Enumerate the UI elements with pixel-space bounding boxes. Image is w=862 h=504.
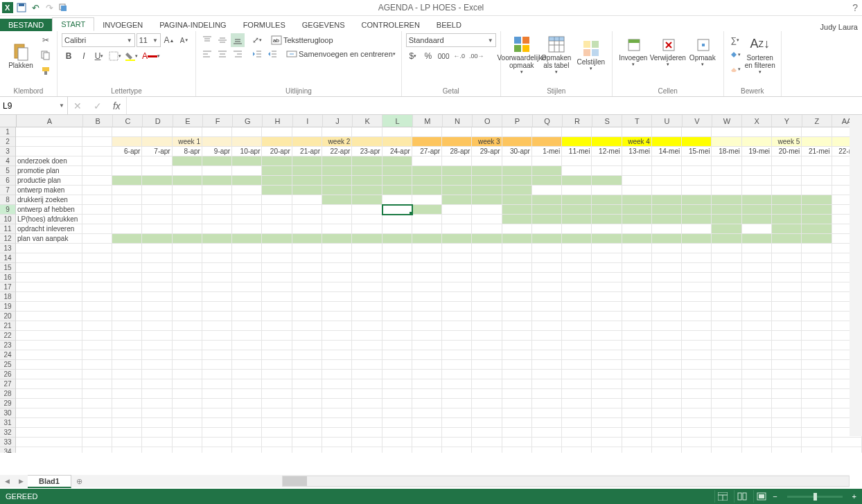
- cell[interactable]: [652, 399, 682, 408]
- cell[interactable]: [382, 176, 412, 186]
- cell[interactable]: [202, 302, 232, 312]
- cell[interactable]: [292, 166, 322, 176]
- cell[interactable]: [562, 399, 592, 408]
- cell[interactable]: [532, 224, 562, 234]
- cell[interactable]: [412, 447, 442, 453]
- cell[interactable]: [412, 331, 442, 341]
- cell[interactable]: [16, 389, 82, 399]
- cell[interactable]: [142, 389, 172, 399]
- cell[interactable]: [562, 234, 592, 244]
- cell[interactable]: [322, 350, 352, 360]
- cell[interactable]: [652, 263, 682, 273]
- cell[interactable]: [202, 350, 232, 360]
- cell[interactable]: [322, 331, 352, 341]
- fill-color-button[interactable]: ▾: [124, 49, 139, 63]
- cell[interactable]: [682, 321, 712, 331]
- cell[interactable]: [382, 312, 412, 321]
- cell[interactable]: [382, 408, 412, 418]
- cell[interactable]: [712, 370, 741, 379]
- cell[interactable]: [802, 263, 832, 273]
- cell[interactable]: [442, 360, 472, 370]
- cell[interactable]: [712, 166, 741, 176]
- cell[interactable]: [142, 186, 172, 195]
- cell[interactable]: [562, 195, 592, 205]
- cell[interactable]: [82, 418, 112, 428]
- cell[interactable]: [682, 447, 712, 453]
- cell[interactable]: [112, 263, 142, 273]
- cell[interactable]: [173, 350, 202, 360]
- cell[interactable]: [262, 428, 292, 438]
- cell[interactable]: [112, 186, 142, 195]
- cell[interactable]: [173, 408, 202, 418]
- cell[interactable]: [262, 224, 292, 234]
- cell[interactable]: [322, 273, 352, 282]
- cell[interactable]: [562, 408, 592, 418]
- cell[interactable]: [442, 341, 472, 350]
- cell[interactable]: [82, 156, 112, 166]
- cell[interactable]: [412, 379, 442, 389]
- cell[interactable]: [173, 186, 202, 195]
- cell[interactable]: [112, 137, 142, 147]
- cell[interactable]: [802, 127, 832, 137]
- cancel-formula-icon[interactable]: ✕: [73, 100, 82, 111]
- cell[interactable]: [173, 341, 202, 350]
- cell[interactable]: [772, 302, 802, 312]
- cell[interactable]: [562, 438, 592, 447]
- redo-icon[interactable]: ↷: [43, 1, 55, 14]
- col-header-D[interactable]: D: [143, 115, 173, 127]
- cell[interactable]: [322, 292, 352, 302]
- cut-button[interactable]: ✂: [39, 33, 53, 47]
- cell[interactable]: [682, 273, 712, 282]
- cell[interactable]: [262, 379, 292, 389]
- cell[interactable]: [412, 341, 442, 350]
- cell[interactable]: [82, 215, 112, 224]
- cell[interactable]: [712, 195, 741, 205]
- comma-button[interactable]: 000: [437, 49, 451, 63]
- cell[interactable]: [502, 302, 532, 312]
- col-header-U[interactable]: U: [652, 115, 682, 127]
- cell[interactable]: [562, 263, 592, 273]
- row-header[interactable]: 5: [0, 166, 16, 176]
- cell[interactable]: [802, 418, 832, 428]
- cell[interactable]: [622, 244, 652, 253]
- cell[interactable]: [142, 399, 172, 408]
- percent-button[interactable]: %: [421, 49, 435, 63]
- cell[interactable]: [412, 215, 442, 224]
- cell[interactable]: [742, 127, 772, 137]
- cell[interactable]: [562, 341, 592, 350]
- cell[interactable]: [562, 137, 592, 147]
- cell[interactable]: [173, 428, 202, 438]
- cell[interactable]: [173, 205, 202, 215]
- cell[interactable]: [652, 127, 682, 137]
- cell[interactable]: [562, 244, 592, 253]
- cell[interactable]: [142, 302, 172, 312]
- cell[interactable]: [16, 370, 82, 379]
- cell[interactable]: [592, 360, 622, 370]
- zoom-slider[interactable]: [787, 496, 843, 498]
- cell[interactable]: [232, 186, 262, 195]
- cell[interactable]: [772, 186, 802, 195]
- cell[interactable]: [442, 263, 472, 273]
- cell[interactable]: [802, 205, 832, 215]
- cell[interactable]: [532, 273, 562, 282]
- cell[interactable]: [472, 215, 502, 224]
- cell[interactable]: [232, 331, 262, 341]
- cell[interactable]: [592, 408, 622, 418]
- cell[interactable]: [712, 389, 741, 399]
- cell[interactable]: [472, 408, 502, 418]
- cell[interactable]: [112, 215, 142, 224]
- cell[interactable]: [412, 205, 442, 215]
- cell[interactable]: week 3: [472, 137, 502, 147]
- row-header[interactable]: 25: [0, 360, 16, 370]
- cell[interactable]: [16, 137, 82, 147]
- cell[interactable]: [772, 360, 802, 370]
- row-header[interactable]: 31: [0, 418, 16, 428]
- cell[interactable]: [322, 438, 352, 447]
- cell[interactable]: [173, 263, 202, 273]
- cell[interactable]: [712, 244, 741, 253]
- cell[interactable]: [232, 244, 262, 253]
- cell[interactable]: [232, 273, 262, 282]
- number-format-combo[interactable]: Standaard▼: [406, 33, 496, 47]
- fill-button[interactable]: ▾: [728, 48, 742, 62]
- cell[interactable]: [262, 234, 292, 244]
